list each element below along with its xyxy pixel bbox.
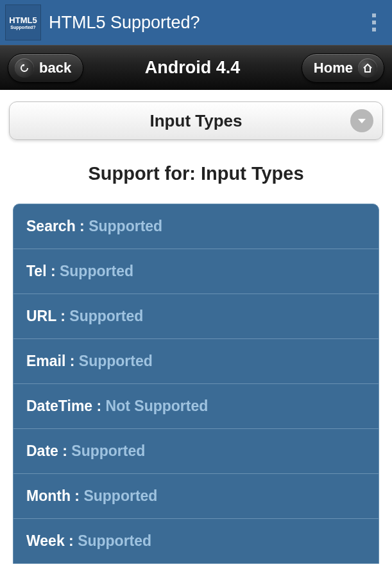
back-icon (15, 58, 34, 78)
result-row: DateTime : Not Supported (13, 384, 379, 429)
app-logo: HTML5 Supported? (5, 4, 41, 40)
result-label: Date (26, 442, 58, 459)
content-area: Input Types Support for: Input Types Sea… (0, 101, 392, 564)
result-row: Tel : Supported (13, 249, 379, 294)
result-value: Not Supported (106, 398, 209, 414)
result-label: DateTime (26, 398, 92, 414)
app-title: HTML5 Supported? (49, 13, 200, 33)
dropdown-label: Input Types (150, 111, 243, 131)
dot-icon (372, 13, 376, 17)
result-label: Week (26, 532, 65, 549)
result-label: Search (26, 218, 76, 234)
home-label: Home (314, 60, 353, 76)
home-icon (358, 58, 377, 78)
results-panel: Search : Supported Tel : Supported URL :… (13, 204, 379, 564)
dot-icon (372, 21, 376, 24)
back-label: back (39, 60, 71, 76)
logo-text-1: HTML5 (9, 15, 37, 25)
result-value: Supported (71, 442, 145, 459)
dot-icon (372, 28, 376, 31)
result-value: Supported (79, 353, 153, 369)
result-row: Date : Supported (13, 429, 379, 474)
home-button[interactable]: Home (302, 53, 384, 83)
result-label: Tel (26, 263, 47, 279)
result-value: Supported (78, 532, 151, 549)
category-dropdown[interactable]: Input Types (9, 101, 383, 140)
app-header: HTML5 Supported? HTML5 Supported? (0, 0, 392, 45)
logo-text-2: Supported? (10, 25, 35, 30)
result-label: URL (26, 308, 56, 324)
chevron-down-icon (350, 109, 373, 132)
overflow-menu-button[interactable] (361, 6, 387, 39)
result-value: Supported (89, 218, 162, 234)
result-row: Email : Supported (13, 339, 379, 384)
back-button[interactable]: back (8, 53, 83, 83)
result-label: Email (26, 353, 65, 369)
result-row: Week : Supported (13, 519, 379, 563)
section-title: Support for: Input Types (0, 163, 392, 184)
toolbar: back Android 4.4 Home (0, 45, 392, 90)
result-row: URL : Supported (13, 294, 379, 339)
result-value: Supported (83, 487, 157, 504)
result-value: Supported (60, 263, 133, 279)
result-row: Search : Supported (13, 204, 379, 249)
toolbar-title: Android 4.4 (145, 58, 241, 78)
result-label: Month (26, 487, 71, 504)
result-value: Supported (69, 308, 143, 324)
result-row: Month : Supported (13, 474, 379, 519)
